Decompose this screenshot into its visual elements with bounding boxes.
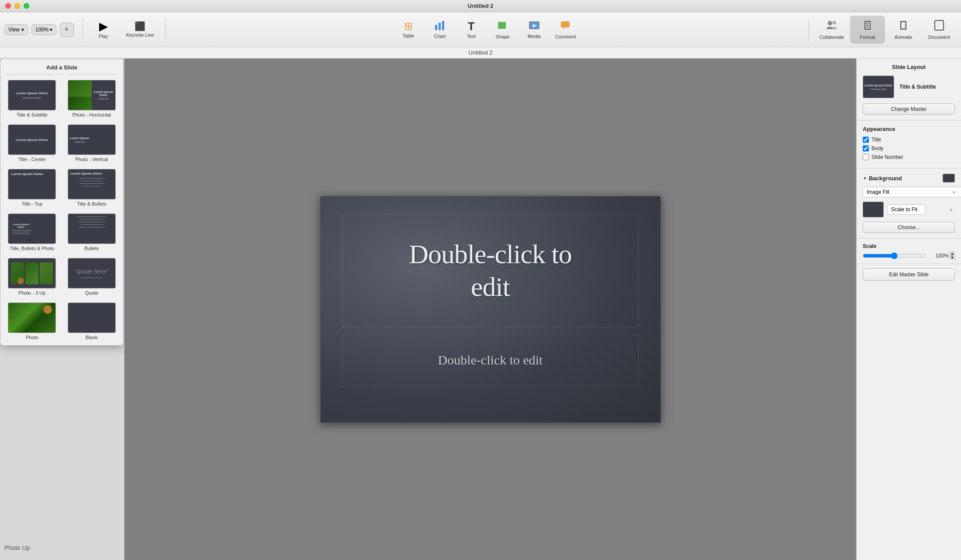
edit-master-section: Edit Master Slide	[857, 264, 961, 285]
close-button[interactable]	[5, 3, 11, 9]
right-panel: Slide Layout Lorem Ipsum Dolor lorem qui…	[856, 58, 961, 560]
slide-thumb-img-blank	[68, 302, 116, 333]
slide-thumb-title-bullets[interactable]: Lorem Ipsum Dolor Title & Bullets	[64, 167, 120, 208]
text-label: Text	[467, 34, 476, 39]
slide-thumb-title-center[interactable]: Lorem Ipsum Dolor Title - Center	[4, 123, 60, 164]
format-button[interactable]: Format	[850, 16, 885, 44]
layout-preview-thumb: Lorem Ipsum Dolor lorem qui amet	[863, 76, 894, 98]
choose-button[interactable]: Choose...	[863, 222, 955, 233]
appearance-section: Appearance Title Body Slide Number	[857, 120, 961, 168]
play-button[interactable]: ▶ Play	[88, 16, 119, 44]
background-color-swatch[interactable]	[943, 174, 955, 182]
slide-thumb-photo-3up[interactable]: Photo - 3 Up	[4, 256, 60, 297]
toolbar-divider-3	[809, 19, 809, 41]
slide-thumb-title-top[interactable]: Lorem Ipsum Dolor Title - Top	[4, 167, 60, 208]
view-button[interactable]: View ▾	[4, 24, 28, 35]
media-label: Media	[528, 34, 541, 39]
scale-up-icon[interactable]: ▲	[950, 252, 955, 255]
toolbar-divider-1	[83, 19, 83, 41]
fullscreen-button[interactable]	[24, 3, 29, 9]
slide-thumb-img-quote: "quote here"	[68, 258, 116, 289]
scale-stepper[interactable]: ▲ ▼	[950, 252, 955, 259]
play-label: Play	[99, 34, 108, 39]
slide-title-area[interactable]: Double-click toedit	[342, 214, 639, 327]
view-chevron-icon: ▾	[21, 27, 24, 33]
scale-type-select[interactable]: Scale to Fit Scale to Fill Stretch Origi…	[887, 204, 925, 215]
layout-preview-row: Lorem Ipsum Dolor lorem qui amet Title &…	[863, 76, 955, 98]
slide-thumb-photo[interactable]: Photo	[4, 301, 60, 342]
scale-down-icon[interactable]: ▼	[950, 256, 955, 259]
slide-thumb-title-subtitle[interactable]: Lorem Ipsum Dolor lorem qui amet Title &…	[4, 78, 60, 119]
collaborate-label: Collaborate	[819, 34, 844, 40]
shape-label: Shape	[496, 34, 510, 39]
scale-label: Scale	[863, 243, 955, 249]
change-master-button[interactable]: Change Master	[863, 103, 955, 115]
bg-preview-thumb	[863, 202, 884, 217]
chart-label: Chart	[434, 34, 446, 39]
slide-thumb-label-3: Photo - Vertical	[75, 157, 108, 162]
collaborate-icon	[826, 20, 838, 33]
checkbox-title-row: Title	[863, 137, 955, 143]
scale-row: 100% ▲ ▼	[863, 252, 955, 259]
table-label: Table	[403, 33, 414, 38]
collaborate-button[interactable]: Collaborate	[814, 16, 849, 44]
scale-section: Scale 100% ▲ ▼	[857, 239, 961, 264]
bg-preview-row: Scale to Fit Scale to Fill Stretch Origi…	[863, 202, 955, 217]
add-slide-dropdown: Add a Slide Lorem Ipsum Dolor lorem qui …	[0, 58, 124, 346]
main-area: Add a Slide Lorem Ipsum Dolor lorem qui …	[0, 58, 961, 560]
slide-thumb-img-photo-v: Lorem Ipsum lorem text	[68, 124, 116, 155]
slide-thumb-img-title-bullets: Lorem Ipsum Dolor	[68, 169, 116, 199]
comment-button[interactable]: Comment	[550, 16, 581, 44]
slide-subtitle-area[interactable]: Double-click to edit	[342, 334, 639, 386]
slide-thumb-title-bullets-photo[interactable]: Lorem Ipsum Dolor Title, Bullets & Photo	[4, 212, 60, 253]
background-section: ▼ Background Image Fill Color Fill Gradi…	[857, 168, 961, 239]
slide-subtitle-text[interactable]: Double-click to edit	[438, 353, 543, 368]
background-collapse-icon[interactable]: ▼	[863, 176, 867, 181]
traffic-lights	[5, 3, 29, 9]
svg-rect-7	[561, 21, 570, 27]
keynote-live-label: Keynote Live	[126, 32, 154, 38]
slide-canvas[interactable]: Double-click toedit Double-click to edit	[320, 196, 661, 423]
slide-thumb-img-title-bullets-photo: Lorem Ipsum Dolor	[8, 213, 56, 244]
shape-button[interactable]: Shape	[487, 16, 518, 44]
keynote-live-button[interactable]: ⬛ Keynote Live	[121, 16, 160, 44]
body-checkbox[interactable]	[863, 145, 869, 151]
table-button[interactable]: ⊞ Table	[393, 16, 424, 44]
slide-thumb-bullets[interactable]: Bullets	[64, 212, 120, 253]
fill-type-select[interactable]: Image Fill Color Fill Gradient Fill No F…	[863, 187, 961, 197]
slide-thumb-photo-horizontal[interactable]: Lorem Ipsum Dolor lorem text Photo - Hor…	[64, 78, 120, 119]
minimize-button[interactable]	[14, 3, 20, 9]
chart-icon	[434, 21, 446, 32]
slide-thumb-label-7: Bullets	[84, 246, 99, 251]
slide-thumb-img-title-subtitle: Lorem Ipsum Dolor lorem qui amet	[8, 80, 56, 110]
scale-slider[interactable]	[863, 252, 926, 259]
title-checkbox-label: Title	[871, 137, 881, 143]
table-icon: ⊞	[404, 21, 413, 31]
document-button[interactable]: Document	[922, 16, 957, 44]
svg-rect-2	[442, 21, 444, 30]
zoom-button[interactable]: 100% ▾	[31, 24, 56, 35]
add-slide-button[interactable]: +	[60, 23, 74, 37]
slide-thumb-label-5: Title & Bullets	[77, 201, 106, 206]
edit-master-button[interactable]: Edit Master Slide	[863, 268, 955, 281]
text-button[interactable]: T Text	[456, 16, 487, 44]
animate-button[interactable]: Animate	[886, 16, 921, 44]
svg-rect-3	[498, 22, 506, 29]
slide-number-checkbox[interactable]	[863, 154, 869, 160]
slide-thumb-quote[interactable]: "quote here" Quote	[64, 256, 120, 297]
toolbar-divider-2	[165, 19, 166, 41]
title-checkbox[interactable]	[863, 137, 869, 143]
panel-title: Slide Layout	[863, 64, 955, 70]
canvas-area[interactable]: Double-click toedit Double-click to edit	[124, 58, 856, 560]
comment-icon	[560, 20, 571, 32]
chart-button[interactable]: Chart	[425, 16, 455, 44]
toolbar-left: View ▾ 100% ▾ +	[4, 23, 74, 37]
slide-thumb-photo-vertical[interactable]: Lorem Ipsum lorem text Photo - Vertical	[64, 123, 120, 164]
slide-thumb-blank[interactable]: Blank	[64, 301, 120, 342]
fill-dropdown-row: Image Fill Color Fill Gradient Fill No F…	[863, 187, 955, 197]
scale-value: 100%	[929, 253, 949, 259]
checkbox-slide-number-row: Slide Number	[863, 154, 955, 160]
media-button[interactable]: Media	[519, 16, 550, 44]
slide-title-text[interactable]: Double-click toedit	[409, 238, 571, 303]
animate-icon	[897, 20, 909, 33]
